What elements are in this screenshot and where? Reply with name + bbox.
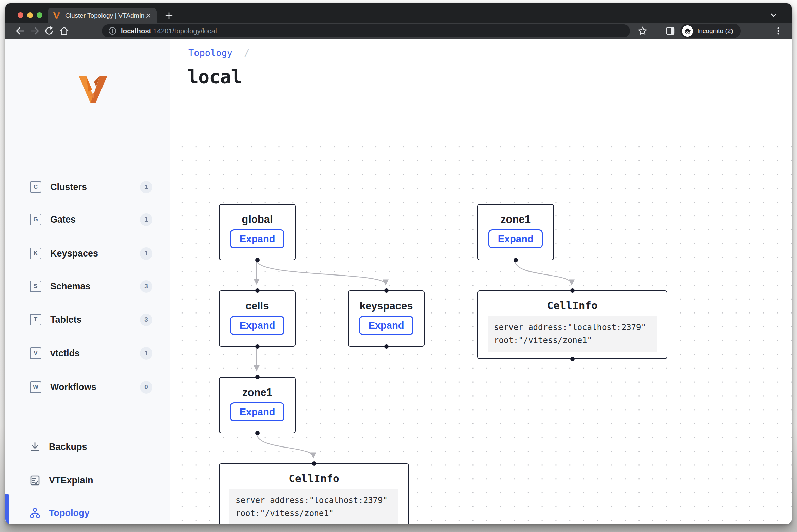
node-title: global xyxy=(242,213,273,226)
graph-node-zone1-lower[interactable]: zone1 Expand xyxy=(219,377,296,433)
sidebar-item-label: Workflows xyxy=(50,382,96,393)
sidebar-item-label: Schemas xyxy=(50,281,91,292)
bookmark-star-icon[interactable] xyxy=(637,26,648,36)
sidebar-item-label: Keyspaces xyxy=(50,248,98,259)
node-handle xyxy=(255,375,260,379)
new-tab-button[interactable] xyxy=(164,11,174,20)
sidebar-item-schemas[interactable]: S Schemas 3 xyxy=(5,270,170,303)
sidebar-item-label: Backups xyxy=(49,442,87,452)
node-title: zone1 xyxy=(242,386,272,399)
url-path: :14201/topology/local xyxy=(151,27,217,35)
node-handle xyxy=(312,461,316,466)
cellinfo-code: server_address:"localhost:2379" root:"/v… xyxy=(488,316,657,352)
node-title: keyspaces xyxy=(360,300,413,312)
schemas-letter-icon: S xyxy=(30,281,41,292)
sidebar-item-clusters[interactable]: C Clusters 1 xyxy=(5,171,170,203)
count-badge: 3 xyxy=(140,280,152,293)
vtctlds-letter-icon: V xyxy=(30,347,41,359)
expand-button[interactable]: Expand xyxy=(359,316,413,335)
tab-search-chevron-icon[interactable] xyxy=(768,10,779,20)
sidebar-item-label: VTExplain xyxy=(49,475,93,486)
incognito-icon xyxy=(682,25,693,37)
keyspaces-letter-icon: K xyxy=(30,248,41,259)
expand-button[interactable]: Expand xyxy=(230,316,284,335)
forward-icon[interactable] xyxy=(30,26,40,36)
sidebar-item-gates[interactable]: G Gates 1 xyxy=(5,203,170,236)
window-zoom-button[interactable] xyxy=(37,12,42,18)
reload-icon[interactable] xyxy=(44,26,54,36)
tab-close-icon[interactable] xyxy=(145,13,151,19)
sidebar-item-label: Clusters xyxy=(50,182,87,192)
code-line: server_address:"localhost:2379" xyxy=(236,496,388,505)
profile-incognito-chip[interactable]: Incognito (2) xyxy=(680,24,741,38)
node-handle xyxy=(255,288,260,293)
window-minimize-button[interactable] xyxy=(27,12,33,18)
vitess-logo xyxy=(77,75,109,104)
clusters-letter-icon: C xyxy=(30,181,41,193)
count-badge: 3 xyxy=(140,314,152,326)
browser-menu-icon[interactable] xyxy=(773,26,783,36)
sidebar-item-workflows[interactable]: W Workflows 0 xyxy=(5,371,170,403)
node-handle xyxy=(570,288,575,293)
tablets-letter-icon: T xyxy=(30,314,41,325)
graph-node-zone1-top[interactable]: zone1 Expand xyxy=(477,204,554,260)
address-bar[interactable]: localhost:14201/topology/local xyxy=(102,24,630,37)
count-badge: 1 xyxy=(140,213,152,226)
vitess-favicon xyxy=(53,12,60,19)
site-info-icon[interactable] xyxy=(108,26,117,35)
expand-button[interactable]: Expand xyxy=(230,402,284,421)
side-panel-icon[interactable] xyxy=(665,26,675,36)
workflows-letter-icon: W xyxy=(30,381,41,393)
tab-title: Cluster Topology | VTAdmin xyxy=(65,12,144,19)
sidebar-item-label: Tablets xyxy=(50,315,82,325)
node-handle xyxy=(255,344,260,349)
edge-zone1top-cellinfo-right xyxy=(515,260,572,284)
edge-global-keyspaces xyxy=(257,260,386,284)
count-badge: 1 xyxy=(140,347,152,360)
node-handle xyxy=(255,258,260,262)
tab-strip: Cluster Topology | VTAdmin xyxy=(5,3,792,23)
topology-icon xyxy=(29,507,41,519)
sidebar-item-vtctlds[interactable]: V vtctlds 1 xyxy=(5,337,170,369)
graph-node-global[interactable]: global Expand xyxy=(219,204,296,260)
graph-node-cellinfo-right[interactable]: CellInfo server_address:"localhost:2379"… xyxy=(477,290,667,359)
node-handle xyxy=(384,344,389,349)
sidebar-item-vtexplain[interactable]: VTExplain xyxy=(5,464,170,497)
main-panel: Topology / local xyxy=(170,39,792,524)
expand-button[interactable]: Expand xyxy=(230,229,284,248)
node-handle xyxy=(384,288,389,293)
count-badge: 1 xyxy=(140,247,152,260)
sidebar-item-label: Gates xyxy=(50,214,76,225)
sidebar-item-label: vtctlds xyxy=(50,348,80,359)
node-title: CellInfo xyxy=(289,472,339,484)
graph-node-cellinfo-bottom[interactable]: CellInfo server_address:"localhost:2379"… xyxy=(219,463,409,524)
breadcrumb-topology-link[interactable]: Topology xyxy=(188,48,233,58)
home-icon[interactable] xyxy=(59,26,69,36)
sidebar-item-tablets[interactable]: T Tablets 3 xyxy=(5,303,170,336)
sidebar-item-backups[interactable]: Backups xyxy=(5,431,170,463)
topology-canvas[interactable]: global Expand zone1 Expand cells Expand xyxy=(170,146,792,524)
browser-window: Cluster Topology | VTAdmin xyxy=(5,3,792,524)
count-badge: 1 xyxy=(140,181,152,193)
count-badge: 0 xyxy=(140,381,152,394)
sidebar: C Clusters 1 G Gates 1 K Keyspaces 1 S S… xyxy=(5,39,170,524)
code-line: root:"/vitess/zone1" xyxy=(494,336,592,345)
gates-letter-icon: G xyxy=(30,214,41,225)
node-title: zone1 xyxy=(501,213,531,226)
back-icon[interactable] xyxy=(15,26,25,36)
browser-toolbar: localhost:14201/topology/local Incog xyxy=(5,23,792,39)
node-title: CellInfo xyxy=(547,299,597,311)
browser-tab[interactable]: Cluster Topology | VTAdmin xyxy=(48,8,157,23)
sidebar-item-keyspaces[interactable]: K Keyspaces 1 xyxy=(5,237,170,270)
url-text: localhost:14201/topology/local xyxy=(121,27,217,35)
node-handle xyxy=(514,258,518,262)
url-host: localhost xyxy=(121,27,151,35)
graph-node-cells[interactable]: cells Expand xyxy=(219,290,296,347)
window-close-button[interactable] xyxy=(18,12,23,18)
expand-button[interactable]: Expand xyxy=(488,229,543,248)
breadcrumb-separator: / xyxy=(244,48,249,58)
sidebar-item-topology[interactable]: Topology xyxy=(5,497,170,524)
page-content: C Clusters 1 G Gates 1 K Keyspaces 1 S S… xyxy=(5,39,792,524)
active-indicator xyxy=(5,494,9,524)
graph-node-keyspaces[interactable]: keyspaces Expand xyxy=(348,290,425,347)
